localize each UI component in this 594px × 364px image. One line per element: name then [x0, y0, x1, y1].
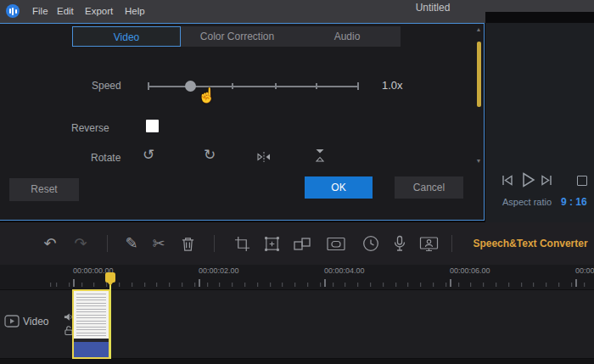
playhead-line[interactable]: [109, 285, 111, 364]
slider-tick: [316, 83, 317, 89]
video-track-icon: [4, 315, 20, 328]
crop-icon[interactable]: [233, 234, 250, 253]
video-edit-dialog: Video Color Correction Audio Speed ☝ 1.0…: [0, 23, 485, 221]
ok-button[interactable]: OK: [305, 176, 373, 199]
clip-thumbnail-footer: [74, 342, 109, 357]
menu-help[interactable]: Help: [125, 0, 145, 23]
toolbar-separator: [107, 235, 108, 252]
stop-icon[interactable]: [577, 176, 587, 186]
ruler-timestamp: 00:00:06.00: [450, 266, 490, 275]
ruler-major-tick: [324, 279, 326, 287]
cut-icon[interactable]: ✂: [150, 234, 167, 253]
ruler-major-tick: [73, 279, 75, 287]
timeline-bottom-strip: [0, 359, 594, 364]
mouse-hand-cursor: ☝: [198, 87, 216, 104]
menu-file[interactable]: File: [32, 0, 48, 23]
next-frame-icon[interactable]: [540, 173, 554, 188]
flip-horizontal-icon[interactable]: [256, 151, 272, 163]
title-bar-right: [485, 0, 594, 12]
text-to-speech-icon[interactable]: [418, 234, 439, 253]
slider-tick: [148, 82, 149, 90]
tab-color-correction[interactable]: Color Correction: [181, 26, 294, 47]
ruler-timestamp: 00:00:02.00: [199, 266, 239, 275]
speed-label: Speed: [92, 80, 121, 92]
speed-value: 1.0x: [382, 79, 403, 92]
app-logo-icon[interactable]: [6, 4, 20, 18]
play-icon[interactable]: [518, 171, 537, 189]
tab-audio[interactable]: Audio: [294, 26, 401, 47]
app-window: File Edit Export Help Untitled Aspect ra…: [0, 0, 594, 364]
redo-icon[interactable]: ↷: [72, 234, 89, 253]
slider-tick: [232, 83, 233, 89]
speech-text-converter-button[interactable]: Speech&Text Converter: [472, 222, 589, 265]
zoom-select-icon[interactable]: [263, 234, 280, 253]
playhead-handle[interactable]: [105, 272, 115, 283]
toolbar-separator: [451, 235, 452, 252]
window-title: Untitled: [386, 0, 479, 16]
video-clip[interactable]: [72, 289, 110, 359]
reverse-checkbox[interactable]: [146, 120, 159, 132]
delete-icon[interactable]: [179, 234, 196, 253]
scrollbar-thumb[interactable]: [477, 42, 481, 107]
speed-slider-thumb[interactable]: [185, 81, 196, 92]
timeline: 00:00:00.00 00:00:02.00 00:00:04.00 00:0…: [0, 265, 594, 364]
ruler-major-tick: [450, 279, 451, 287]
ruler-timestamp: 00:00:08.00: [575, 266, 594, 275]
cancel-button[interactable]: Cancel: [395, 176, 463, 199]
duration-icon[interactable]: [361, 234, 380, 253]
menu-export[interactable]: Export: [85, 0, 113, 23]
reset-button[interactable]: Reset: [9, 178, 79, 201]
toolbar-separator: [214, 235, 215, 252]
preview-panel: Aspect ratio 9 : 16: [485, 23, 594, 222]
edit-toolbar: ↶ ↷ ✎ ✂ Speech&Text Converter: [0, 222, 594, 265]
video-track-label: Video: [23, 316, 48, 328]
menu-edit[interactable]: Edit: [57, 0, 74, 23]
rotate-ccw-icon[interactable]: ↺: [143, 148, 154, 162]
edit-icon[interactable]: ✎: [123, 234, 140, 253]
unlock-icon[interactable]: [64, 325, 73, 336]
previous-frame-icon[interactable]: [500, 173, 514, 188]
mosaic-icon[interactable]: [292, 234, 312, 253]
ruler-timestamp: 00:00:04.00: [324, 266, 365, 275]
rotate-cw-icon[interactable]: ↻: [204, 148, 216, 162]
voiceover-icon[interactable]: [392, 234, 407, 253]
ruler-major-tick: [575, 279, 577, 287]
mask-icon[interactable]: [327, 234, 345, 253]
flip-vertical-icon[interactable]: [314, 148, 326, 163]
slider-tick: [275, 83, 277, 89]
reverse-label: Reverse: [71, 122, 109, 134]
scroll-up-icon[interactable]: ▲: [474, 26, 483, 33]
aspect-ratio-label: Aspect ratio: [502, 197, 552, 207]
rotate-label: Rotate: [91, 152, 120, 164]
tab-video[interactable]: Video: [72, 26, 181, 47]
undo-icon[interactable]: ↶: [42, 234, 59, 253]
ruler-major-tick: [199, 279, 200, 287]
clip-thumbnail: [76, 294, 106, 338]
timeline-ruler[interactable]: [48, 283, 594, 287]
scroll-down-icon[interactable]: ▼: [474, 158, 483, 165]
speed-slider[interactable]: [148, 86, 359, 87]
slider-tick: [357, 82, 359, 90]
aspect-ratio-value[interactable]: 9 : 16: [561, 196, 587, 208]
